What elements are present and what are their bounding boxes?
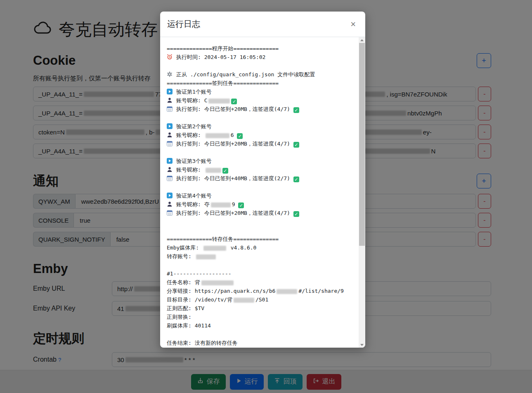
log-line: 验证第1个账号: [167, 87, 357, 96]
log-line: [167, 226, 357, 235]
text-fragment: 刷媒体库: 40114: [167, 322, 211, 329]
log-line: 验证第4个账号: [167, 191, 357, 200]
log-line: 账号昵称: 夺9 ✓: [167, 200, 357, 209]
log-line: 账号昵称: ✓: [167, 165, 357, 174]
calendar-icon: [167, 106, 173, 111]
check-icon: ✓: [238, 202, 244, 208]
log-line: 账号昵称: 6 ✓: [167, 131, 357, 139]
text-fragment: ==============签到任务==============: [167, 80, 279, 86]
calendar-icon: [167, 209, 173, 215]
log-line: ==============签到任务==============: [167, 79, 357, 87]
log-line: 执行签到: 今日已签到+20MB，连签进度(4/7) ✓: [167, 209, 357, 217]
log-line: 账号昵称: C✓: [167, 96, 357, 105]
text-fragment: #1------------------: [167, 271, 232, 277]
log-line: 正则匹配: $TV: [167, 304, 357, 313]
play-icon: [167, 88, 173, 94]
play-icon: [167, 158, 173, 163]
text-fragment: v4.8.6.0: [227, 245, 256, 251]
check-icon: ✓: [293, 107, 299, 113]
log-line: [167, 61, 357, 70]
play-icon: [167, 123, 173, 129]
calendar-icon: [167, 175, 173, 181]
check-icon: ✓: [237, 133, 243, 139]
log-line: 验证第2个账号: [167, 122, 357, 131]
text-fragment: Emby媒体库:: [167, 245, 202, 251]
log-line: ==============程序开始==============: [167, 44, 357, 53]
log-line: 验证第3个账号: [167, 157, 357, 165]
check-icon: ✓: [293, 176, 299, 182]
scroll-up-icon[interactable]: [359, 37, 365, 43]
text-fragment: ==============转存任务==============: [167, 236, 279, 242]
log-line: 执行时间: 2024-05-17 16:05:02: [167, 53, 357, 61]
play-icon: [167, 192, 173, 198]
log-line: [167, 330, 357, 339]
modal-scrollbar[interactable]: [359, 37, 365, 348]
redacted-text: [277, 289, 297, 294]
text-fragment: 验证第4个账号: [176, 193, 212, 199]
text-fragment: 验证第2个账号: [176, 123, 212, 129]
log-line: Emby媒体库: v4.8.6.0: [167, 243, 357, 252]
text-fragment: ==============程序开始==============: [167, 45, 279, 52]
scroll-down-icon[interactable]: [359, 342, 365, 348]
text-fragment: 正则匹配: $TV: [167, 305, 204, 311]
log-line: 目标目录: /video/tv/背/S01: [167, 295, 357, 304]
modal-body: ==============程序开始==============执行时间: 20…: [160, 37, 365, 348]
redacted-text: [211, 202, 231, 207]
close-icon[interactable]: ×: [348, 19, 358, 30]
scrollbar-thumb[interactable]: [359, 43, 365, 246]
redacted-text: [206, 168, 221, 173]
check-icon: ✓: [222, 168, 228, 174]
text-fragment: 任务名称: 背: [167, 279, 200, 285]
log-line: [167, 113, 357, 122]
text-fragment: 验证第1个账号: [176, 89, 212, 95]
text-fragment: 账号昵称:: [176, 167, 204, 173]
log-line: 分享链接: https://pan.quark.cn/s/b6#/list/sh…: [167, 287, 357, 295]
text-fragment: 执行签到: 今日已签到+40MB，连签进度(2/7): [176, 175, 293, 181]
text-fragment: 目标目录: /video/tv/背: [167, 297, 232, 303]
log-line: 任务名称: 背: [167, 278, 357, 287]
log-line: ==============转存任务==============: [167, 235, 357, 243]
modal-title: 运行日志: [167, 19, 200, 30]
text-fragment: 9: [232, 201, 239, 207]
calendar-icon: [167, 140, 173, 146]
log-line: #1------------------: [167, 269, 357, 278]
text-fragment: 正从 ./config/quark_config.json 文件中读取配置: [176, 71, 315, 78]
log-line: [167, 148, 357, 157]
log-line: 正从 ./config/quark_config.json 文件中读取配置: [167, 70, 357, 79]
text-fragment: 执行签到: 今日已签到+20MB，连签进度(4/7): [176, 106, 293, 112]
redacted-text: [201, 280, 234, 285]
person-icon: [167, 201, 173, 207]
text-fragment: 任务结束: 没有新的转存任务: [167, 340, 238, 346]
text-fragment: 转存账号:: [167, 253, 195, 259]
redacted-text: [208, 99, 230, 104]
redacted-text: [234, 298, 254, 303]
run-log-modal: 运行日志 × ==============程序开始==============执…: [160, 12, 365, 348]
person-icon: [167, 166, 173, 172]
text-fragment: 6: [231, 132, 237, 138]
person-icon: [167, 132, 173, 137]
check-icon: ✓: [293, 211, 299, 217]
check-icon: ✓: [231, 99, 237, 104]
person-icon: [167, 97, 173, 103]
redacted-text: [203, 246, 226, 251]
redacted-text: [206, 133, 229, 138]
log-output: ==============程序开始==============执行时间: 20…: [160, 37, 359, 348]
log-line: [167, 217, 357, 226]
text-fragment: 账号昵称: 夺: [176, 201, 210, 207]
app-viewport: 夸克自动转存 Cookie + 所有账号执行签到，仅第一个账号执行转存 _UP_…: [0, 0, 532, 393]
text-fragment: 执行时间: 2024-05-17 16:05:02: [176, 54, 265, 60]
log-line: 执行签到: 今日已签到+40MB，连签进度(2/7) ✓: [167, 174, 357, 183]
text-fragment: 验证第3个账号: [176, 158, 212, 164]
log-line: [167, 183, 357, 191]
text-fragment: 分享链接: https://pan.quark.cn/s/b6: [167, 288, 275, 294]
log-line: [167, 261, 357, 269]
modal-header: 运行日志 ×: [160, 12, 365, 37]
log-line: 正则替换:: [167, 313, 357, 321]
gear-icon: [167, 71, 173, 77]
text-fragment: 正则替换:: [167, 314, 192, 320]
log-line: 任务结束: 没有新的转存任务: [167, 339, 357, 347]
log-line: 执行签到: 今日已签到+20MB，连签进度(4/7) ✓: [167, 105, 357, 113]
text-fragment: 执行签到: 今日已签到+20MB，连签进度(4/7): [176, 141, 293, 147]
text-fragment: 执行签到: 今日已签到+20MB，连签进度(4/7): [176, 210, 293, 216]
text-fragment: #/list/share/9: [298, 288, 344, 294]
